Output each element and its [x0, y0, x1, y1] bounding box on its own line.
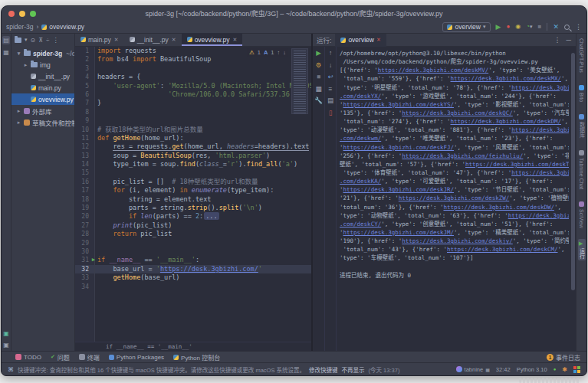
minimap[interactable] — [291, 48, 308, 114]
locate-file-icon[interactable]: ⊙ — [31, 37, 36, 44]
chevron-icon[interactable]: ▸ — [23, 62, 28, 68]
console-link[interactable]: .com/deskYX/ — [340, 93, 381, 100]
zoom-window-button[interactable] — [30, 11, 36, 17]
scrollbar-thumb[interactable] — [571, 53, 575, 290]
tabnine-status[interactable]: tabnine▦ — [456, 366, 490, 373]
edit-config-icon[interactable]: 🔧 — [314, 97, 323, 104]
profiler-button[interactable]: ◔▾ — [526, 24, 532, 30]
bookmarks-stripe-icon[interactable]: ▦ — [3, 49, 9, 56]
tree-item[interactable]: ▸img — [11, 59, 74, 70]
editor-tab[interactable]: __init__.py✕ — [124, 33, 182, 46]
breadcrumb-file[interactable]: ovevview.py — [49, 23, 84, 31]
run-options-icon[interactable]: ⋮ — [554, 36, 561, 44]
editor-body[interactable]: 1234567891011121314151617181920272829303… — [75, 47, 311, 342]
minimize-panel-icon[interactable]: ─ — [567, 36, 571, 44]
tool-stripe-item[interactable]: Tabnine Chat — [579, 149, 584, 191]
console-link[interactable]: https://desk.3gbizhi — [508, 212, 569, 219]
code-pane[interactable]: import requestsfrom bs4 import Beautiful… — [95, 47, 311, 342]
modify-shortcuts-link[interactable]: 修改快捷键 — [309, 365, 338, 374]
console-link[interactable]: .com/deskKA/ — [340, 178, 381, 185]
console-link[interactable]: https://desk.3gbizhi.com/deskCM/ — [447, 246, 558, 253]
console-link[interactable]: https://desk.3gbizhi.com/deskYS/ — [343, 101, 455, 108]
editor-tab[interactable]: ovevview.py✕ — [182, 33, 243, 46]
tool-stripe-item[interactable]: ▶运行 — [578, 239, 586, 260]
collapse-all-icon[interactable]: ⊼ — [38, 37, 43, 44]
coverage-button[interactable]: ◉ — [515, 24, 521, 30]
tool-stripe-item[interactable]: Bito — [579, 83, 584, 103]
close-tab-icon[interactable]: ✕ — [232, 37, 237, 43]
console-output[interactable]: /opt/homebrew/opt/python@3.10/libexec/bi… — [337, 47, 570, 351]
debug-button[interactable]: ● — [506, 24, 510, 30]
console-link[interactable]: .com/deskCY/ — [340, 221, 381, 228]
tool-window-button-python-packages[interactable]: Python Packages — [109, 354, 164, 361]
chevron-icon[interactable]: ▸ — [16, 108, 21, 114]
prev-issue-icon[interactable]: ↑ — [278, 49, 281, 56]
tool-stripe-item[interactable]: ChatGPT-Plus — [579, 37, 584, 74]
python-interpreter[interactable]: Python 3.10 — [517, 366, 547, 373]
python-console-stripe-icon[interactable]: ▣ — [3, 330, 9, 337]
console-link[interactable]: https://desk.3gbizhi — [511, 84, 569, 91]
tree-item[interactable]: ▸草稿文件和控制台 — [11, 116, 74, 128]
search-everywhere-icon[interactable] — [564, 25, 570, 30]
console-link[interactable]: https://desk.3gbizhi.com/deskMX/ — [451, 75, 562, 82]
close-window-button[interactable] — [8, 11, 15, 17]
down-stacktrace-icon[interactable]: ↓ — [329, 62, 332, 69]
console-link[interactable]: https://desk.3gbizhi.com/feizhuliu/ — [402, 152, 523, 159]
plugin-paw-icon[interactable]: ✱ — [562, 366, 567, 373]
restore-layout-icon[interactable]: ▦ — [315, 86, 321, 93]
run-config-selector[interactable]: overview ▾ — [442, 22, 490, 32]
run-button[interactable]: ▶ — [496, 24, 501, 31]
run-settings-icon[interactable]: ⚙ — [316, 62, 322, 69]
console-link[interactable]: https://desk.3gbizhi.com/deskTY/ — [465, 161, 569, 168]
project-view-icon[interactable] — [15, 38, 21, 43]
event-log-button[interactable]: 1事件日志 — [547, 353, 580, 362]
settings-icon[interactable]: ÷ — [46, 37, 49, 44]
minimize-window-button[interactable] — [19, 11, 25, 17]
run-line-icon[interactable]: ▶ — [92, 256, 95, 264]
next-issue-icon[interactable]: ↓ — [283, 49, 286, 56]
rerun-button[interactable]: ▶ — [316, 50, 321, 57]
console-link[interactable]: https://desk.3gbizhi.com/deskDM/ — [451, 118, 562, 125]
tree-item[interactable]: ▾spider-3g~/code — [11, 47, 74, 59]
breadcrumb-project[interactable]: spider-3g — [6, 23, 33, 31]
console-link[interactable]: https://desk.3gbizhi.com/deskDW/ — [443, 204, 554, 211]
tree-item[interactable]: __init__.py — [11, 70, 74, 82]
up-stacktrace-icon[interactable]: ↑ — [329, 50, 332, 57]
run-tab[interactable]: overview ✕ — [335, 34, 386, 47]
editor-tab[interactable]: main.py✕ — [75, 33, 124, 46]
chevron-icon[interactable]: ▸ — [16, 119, 21, 126]
editor-breadcrumb[interactable]: if __name__ == '__main__' — [75, 342, 311, 351]
tree-item[interactable]: main.py — [11, 82, 74, 93]
console-link[interactable]: https://desk.3gbizhi.com/deskMV/ — [378, 67, 489, 74]
tree-item[interactable]: ovevview.py — [11, 93, 74, 105]
scroll-to-end-icon[interactable]: ≡ — [329, 86, 333, 93]
code-with-me-icon[interactable]: ✕ — [553, 24, 559, 31]
tool-window-button--[interactable]: ✔问题 — [51, 353, 70, 362]
tool-stripe-item[interactable]: 数据库 — [578, 113, 586, 139]
console-link[interactable]: https://desk.3gbizhi.com/deskJR/ — [343, 186, 455, 193]
console-link[interactable]: https://desk.3gbizhi — [511, 126, 569, 133]
print-icon[interactable]: ▤ — [327, 97, 333, 104]
console-link[interactable]: https://desk.3gbizhi.com/deskFJ/ — [343, 144, 455, 151]
more-options-icon[interactable]: ⋮ — [575, 24, 582, 31]
console-link[interactable]: .com/deskwm/ — [340, 135, 381, 142]
tool-window-button-python-[interactable]: Python 控制台 — [173, 353, 220, 362]
console-link[interactable]: https://desk.3gbizhi.com/deskJM/ — [343, 229, 455, 236]
services-grid-icon[interactable] — [573, 366, 580, 373]
console-link[interactable]: https://desk.3gbizhi.com/deskZW/ — [399, 195, 510, 201]
console-link[interactable]: https://desk.3gbizhi.com/deskjy/ — [402, 237, 513, 244]
stop-button[interactable]: ■ — [538, 24, 542, 30]
terminal-stripe-icon[interactable]: ▣ — [3, 342, 9, 349]
tool-window-button--[interactable]: 终端 — [79, 353, 100, 362]
project-stripe-icon[interactable]: ▤ — [2, 36, 10, 44]
console-link[interactable]: https://desk.3gbizhi.com/deskQC/ — [402, 110, 513, 116]
clear-console-icon[interactable]: ▯ — [329, 110, 333, 116]
inspections-widget[interactable]: ⚠1 A1 ↑ ↓ — [247, 48, 288, 57]
console-link[interactable]: https://desk.3gbizhi — [511, 169, 569, 176]
tool-window-button-todo[interactable]: TODO — [15, 354, 41, 361]
close-tab-icon[interactable]: ✕ — [172, 37, 176, 43]
dont-show-link[interactable]: 不再显示 — [342, 365, 365, 374]
close-tab-icon[interactable]: ✕ — [114, 37, 119, 43]
tree-item[interactable]: ▸外部库 — [11, 105, 74, 116]
tool-stripe-item[interactable]: SciView — [579, 200, 584, 230]
